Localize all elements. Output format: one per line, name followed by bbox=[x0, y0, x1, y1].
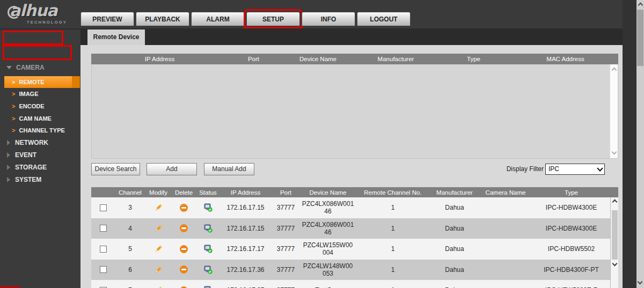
row-checkbox[interactable] bbox=[100, 266, 107, 273]
device-name-cell: PZC4LW148W00053 bbox=[301, 260, 355, 280]
add-button[interactable]: Add bbox=[147, 163, 197, 175]
display-filter-select[interactable]: IPC bbox=[545, 164, 605, 175]
logo-brand-text: alhua bbox=[8, 2, 77, 19]
arrow-right-icon: > bbox=[12, 91, 15, 97]
column-header-port: Port bbox=[228, 56, 279, 62]
arrow-right-icon: > bbox=[12, 79, 15, 85]
camera-name-cell bbox=[479, 239, 532, 260]
arrow-right-icon: > bbox=[12, 103, 15, 109]
delete-icon[interactable] bbox=[180, 245, 188, 253]
dahua-web-ui: alhua TECHNOLOGY PREVIEW PLAYBACK ALARM … bbox=[0, 0, 644, 288]
remote-channel-cell: 1 bbox=[355, 218, 430, 239]
sidebar-item-network[interactable]: NETWORK bbox=[0, 137, 80, 148]
sidebar-item-channel-type[interactable]: > CHANNEL TYPE bbox=[0, 125, 80, 136]
scroll-down-icon[interactable] bbox=[638, 279, 643, 285]
delete-icon[interactable] bbox=[180, 224, 188, 232]
port-cell: 37777 bbox=[271, 218, 301, 239]
added-devices-table: Channel Modify Delete Status IP Address … bbox=[91, 187, 618, 288]
upper-table-scrollbar[interactable] bbox=[610, 64, 618, 158]
sidebar-item-encode[interactable]: > ENCODE bbox=[0, 101, 80, 112]
tab-alarm[interactable]: ALARM bbox=[191, 12, 245, 26]
manufacturer-cell: Dahua bbox=[430, 197, 479, 218]
column-header-status: Status bbox=[196, 189, 220, 196]
scroll-up-icon[interactable] bbox=[638, 3, 643, 8]
table-row: 6 172.16.17.36 37777 PZC4LW148W00053 1 D… bbox=[91, 260, 618, 280]
column-header-type: Type bbox=[532, 189, 610, 196]
column-header-device-name: Device Name bbox=[301, 189, 355, 196]
channel-cell: 6 bbox=[115, 260, 145, 280]
port-cell: 37777 bbox=[271, 260, 301, 280]
status-connected-icon[interactable] bbox=[204, 245, 213, 253]
sidebar-item-label: NETWORK bbox=[15, 139, 48, 146]
status-connected-icon[interactable] bbox=[204, 265, 213, 274]
sidebar-item-label: ENCODE bbox=[19, 103, 44, 109]
column-header-modify: Modify bbox=[145, 189, 172, 196]
scroll-up-icon[interactable] bbox=[612, 200, 617, 205]
sidebar-item-image[interactable]: > IMAGE bbox=[0, 88, 80, 99]
modify-pencil-icon[interactable] bbox=[154, 286, 163, 288]
scrollbar-thumb[interactable] bbox=[612, 210, 618, 260]
channel-cell: 5 bbox=[115, 239, 145, 260]
bottom-left-red-strip bbox=[0, 286, 20, 288]
main-content-pane: Remote Device IP Address Port Device Nam… bbox=[80, 29, 623, 288]
status-connected-icon[interactable] bbox=[204, 203, 213, 212]
manual-add-button[interactable]: Manual Add bbox=[204, 163, 254, 175]
tab-setup[interactable]: SETUP bbox=[246, 12, 300, 26]
scroll-up-icon[interactable] bbox=[611, 68, 617, 73]
delete-icon[interactable] bbox=[180, 204, 188, 212]
port-cell: 37777 bbox=[271, 197, 301, 218]
device-name-cell: PZC4LW155W00004 bbox=[301, 239, 355, 260]
delete-icon[interactable] bbox=[180, 265, 188, 274]
modify-pencil-icon[interactable] bbox=[154, 224, 163, 233]
sidebar-item-event[interactable]: EVENT bbox=[0, 150, 80, 160]
tab-info[interactable]: INFO bbox=[302, 12, 355, 26]
device-name-cell: PZC4LX086W00146 bbox=[301, 218, 355, 239]
column-header-camera-name: Camera Name bbox=[479, 189, 532, 196]
column-header-channel: Channel bbox=[115, 189, 145, 196]
row-checkbox[interactable] bbox=[100, 246, 107, 253]
tab-playback[interactable]: PLAYBACK bbox=[136, 12, 189, 26]
type-cell: IPC-HDBW5502 bbox=[532, 239, 610, 260]
scroll-down-icon[interactable] bbox=[612, 150, 617, 155]
sidebar-item-label: STORAGE bbox=[15, 164, 47, 171]
ip-cell: 172.16.17.15 bbox=[220, 197, 271, 218]
sidebar-item-remote[interactable]: > REMOTE bbox=[4, 76, 80, 88]
minus-bar bbox=[181, 248, 186, 250]
sidebar-item-system[interactable]: SYSTEM bbox=[0, 174, 80, 185]
sidebar-item-label: SYSTEM bbox=[15, 176, 41, 183]
sidebar-item-camera[interactable]: CAMERA bbox=[0, 62, 80, 73]
minus-bar bbox=[181, 227, 186, 229]
modify-pencil-icon[interactable] bbox=[154, 203, 163, 212]
lower-table-scrollbar[interactable] bbox=[610, 197, 618, 288]
column-header-manufacturer: Manufacturer bbox=[430, 189, 479, 196]
status-connected-icon[interactable] bbox=[204, 286, 213, 288]
channel-cell: 4 bbox=[115, 218, 145, 239]
scrollbar-thumb[interactable] bbox=[637, 10, 643, 66]
sidebar-item-cam-name[interactable]: > CAM NAME bbox=[0, 113, 80, 124]
tab-remote-device[interactable]: Remote Device bbox=[87, 29, 145, 45]
scroll-down-icon[interactable] bbox=[612, 261, 618, 267]
modify-pencil-icon[interactable] bbox=[154, 245, 163, 253]
remote-channel-cell: 1 bbox=[355, 260, 430, 280]
modify-pencil-icon[interactable] bbox=[154, 265, 163, 274]
row-checkbox[interactable] bbox=[100, 225, 107, 232]
device-toolbar: Device Search Add Manual Add Display Fil… bbox=[80, 163, 623, 176]
triangle-right-icon bbox=[7, 177, 10, 182]
top-header: alhua TECHNOLOGY PREVIEW PLAYBACK ALARM … bbox=[0, 0, 644, 29]
status-connected-icon[interactable] bbox=[204, 224, 213, 233]
port-cell: 37777 bbox=[271, 239, 301, 260]
sidebar-item-label: CHANNEL TYPE bbox=[19, 127, 64, 134]
row-checkbox[interactable] bbox=[100, 204, 107, 211]
device-search-button[interactable]: Device Search bbox=[91, 163, 140, 175]
column-header-mac: MAC Address bbox=[513, 56, 618, 62]
tab-preview[interactable]: PREVIEW bbox=[80, 12, 134, 26]
manufacturer-cell: Dahua bbox=[430, 218, 479, 239]
minus-bar bbox=[181, 269, 186, 270]
tab-logout[interactable]: LOGOUT bbox=[357, 12, 411, 26]
page-scrollbar[interactable] bbox=[636, 0, 644, 288]
main-nav-tabs: PREVIEW PLAYBACK ALARM SETUP INFO LOGOUT bbox=[80, 12, 411, 26]
sidebar-item-storage[interactable]: STORAGE bbox=[0, 162, 80, 173]
channel-cell: 3 bbox=[115, 197, 145, 218]
type-cell: IPC-HFW5200E-Z bbox=[532, 280, 610, 288]
device-name-cell: TestCam bbox=[301, 280, 355, 288]
